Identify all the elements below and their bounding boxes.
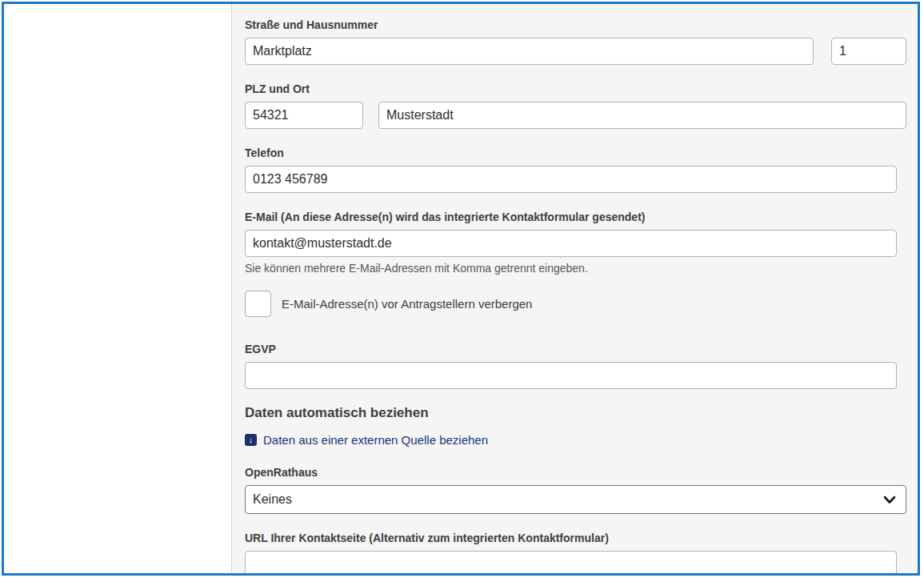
external-source-link[interactable]: ↓ Daten aus einer externen Quelle bezieh… [245,433,488,447]
city-group: PLZ und Ort [245,81,906,129]
city-input[interactable] [378,102,906,129]
openrathaus-select[interactable]: Keines [245,485,906,514]
hide-email-group: E-Mail-Adresse(n) vor Antragstellern ver… [245,291,906,317]
plz-ort-label: PLZ und Ort [245,81,906,97]
egvp-group: EGVP [245,341,906,389]
openrathaus-label: OpenRathaus [245,464,906,480]
egvp-input[interactable] [245,362,897,389]
street-group: Straße und Hausnummer [245,17,906,65]
external-source-link-label: Daten aus einer externen Quelle beziehen [263,433,488,447]
contact-url-group: URL Ihrer Kontaktseite (Alternativ zum i… [245,530,906,573]
auto-data-heading: Daten automatisch beziehen [245,405,906,421]
settings-window: Straße und Hausnummer PLZ und Ort Telefo… [2,2,920,576]
email-input[interactable] [245,230,897,257]
contact-url-label: URL Ihrer Kontaktseite (Alternativ zum i… [245,530,906,546]
email-label: E-Mail (An diese Adresse(n) wird das int… [245,209,906,225]
download-arrow-icon: ↓ [245,434,257,446]
openrathaus-group: OpenRathaus Keines [245,464,906,514]
contact-url-input[interactable] [245,551,897,573]
phone-input[interactable] [245,166,897,193]
hide-email-checkbox-label[interactable]: E-Mail-Adresse(n) vor Antragstellern ver… [282,297,532,311]
hide-email-checkbox[interactable] [245,291,271,317]
left-sidebar-empty [4,4,232,573]
openrathaus-selected-value: Keines [253,492,883,507]
house-number-input[interactable] [831,38,906,65]
plz-input[interactable] [245,102,363,129]
egvp-label: EGVP [245,341,906,357]
street-input[interactable] [245,38,814,65]
street-label: Straße und Hausnummer [245,17,906,33]
chevron-down-icon [883,493,896,506]
email-help-text: Sie können mehrere E-Mail-Adressen mit K… [245,262,906,275]
email-group: E-Mail (An diese Adresse(n) wird das int… [245,209,906,275]
contact-settings-form: Straße und Hausnummer PLZ und Ort Telefo… [232,4,918,573]
phone-group: Telefon [245,145,906,193]
phone-label: Telefon [245,145,906,161]
